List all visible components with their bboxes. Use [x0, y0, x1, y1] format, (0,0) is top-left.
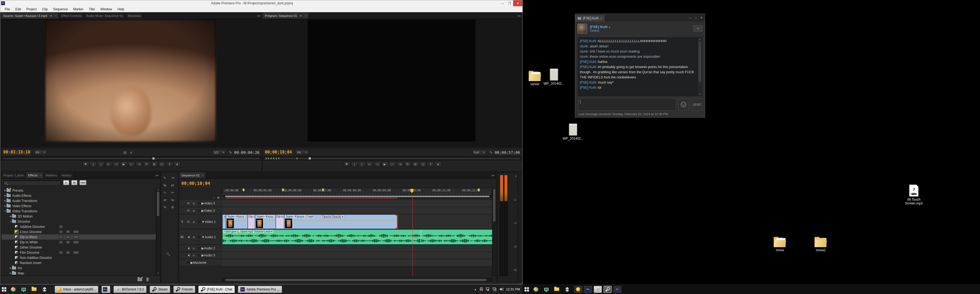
32-bit-filter[interactable]: 32	[71, 180, 77, 185]
slip-tool[interactable]: ⇌	[164, 198, 167, 202]
sync-lock-icon[interactable]: ▤	[191, 201, 196, 205]
taskbar-button-friends[interactable]: Friends	[173, 286, 195, 293]
playhead-line[interactable]	[412, 195, 413, 276]
snap-icon[interactable]: ⌐	[213, 196, 215, 199]
scroll-up-icon[interactable]: ▲	[156, 188, 160, 191]
program-scrub-thumb[interactable]	[309, 157, 311, 160]
track-header-audio-3[interactable]: ▤ ▶ Audio 3	[179, 252, 223, 259]
ripple-edit-tool[interactable]: ⇆	[164, 183, 167, 187]
menu-file[interactable]: File	[2, 7, 13, 11]
effects-tree-item[interactable]: ▼Dissolve	[2, 219, 156, 224]
go-to-out-icon[interactable]: ⇥	[397, 162, 403, 167]
settings-wrench-icon[interactable]: 🔧︎	[489, 151, 492, 154]
insert-icon[interactable]: ⇩	[427, 162, 434, 167]
pen-tool[interactable]: ✎	[164, 205, 167, 209]
delete-icon[interactable]	[146, 278, 149, 281]
menu-title[interactable]: Title	[86, 7, 97, 11]
track-lock-box[interactable]	[197, 253, 202, 257]
settings-wrench-icon[interactable]: 🔧︎	[229, 151, 232, 154]
desktop-icon-move[interactable]: move	[768, 234, 792, 252]
track-header-video-2[interactable]: ▤ ▶ Video 2	[179, 207, 223, 214]
step-forward-icon[interactable]: ▷	[128, 162, 135, 167]
add-marker-icon[interactable]: ⚑	[83, 162, 89, 167]
menu-project[interactable]: Project	[24, 7, 39, 11]
chat-friend-name[interactable]: [FSE] KuN ▼	[590, 25, 611, 29]
opacity-rubber-band[interactable]	[226, 220, 247, 221]
timeline-tab-0[interactable]: Sequence 01×	[179, 172, 206, 178]
effects-tree-item[interactable]: Dip to White▸32YUV	[2, 240, 156, 245]
scroll-up-icon[interactable]: ▲	[698, 38, 702, 41]
effects-tree-item[interactable]: ▶Video Effects	[2, 203, 156, 208]
loop-icon[interactable]: ↻	[404, 162, 411, 167]
mark-in-icon[interactable]: {	[90, 162, 97, 167]
track-lock-box[interactable]	[197, 235, 202, 239]
menu-clip[interactable]: Clip	[39, 7, 50, 11]
network-icon[interactable]	[493, 288, 497, 291]
track-header-audio-1[interactable]: A1▤ ▼ Audio 1	[179, 229, 223, 245]
video-clip[interactable]: Super♂Kazuy	[226, 215, 248, 229]
go-to-in-icon[interactable]: ⇤	[366, 162, 373, 167]
sequence-marker-icon[interactable]	[242, 188, 245, 192]
timeline-ruler[interactable]: ;00;04;0000;00;05;0000;00;06;0000;00;07;…	[223, 188, 492, 195]
track-lane-audio-1[interactable]: I dont give a_cliped.mp3 Volume:Level ▾	[223, 229, 493, 245]
step-back-icon[interactable]: ◁	[113, 162, 119, 167]
twirl-icon[interactable]: ▼	[4, 210, 6, 212]
file-explorer-icon[interactable]	[31, 286, 37, 292]
maximize-button[interactable]: ❐	[506, 0, 513, 6]
step-back-icon[interactable]: ◁	[374, 162, 380, 167]
source-monitor-view[interactable]	[1, 19, 262, 148]
desktop-icon-move2[interactable]: move2	[809, 234, 832, 252]
program-zoom-select[interactable]: Fit▼	[296, 150, 309, 155]
track-lock-box[interactable]	[197, 208, 202, 213]
action-center-flag-icon[interactable]	[479, 288, 483, 291]
avatar[interactable]	[578, 24, 587, 33]
overwrite-icon[interactable]: ▼	[174, 162, 180, 167]
program-playback-resolution-select[interactable]: Full▼	[472, 150, 487, 155]
chat-scrollbar[interactable]: ▲ ▼	[698, 38, 702, 96]
alienware-icon[interactable]	[41, 286, 48, 292]
video-clip[interactable]: to	[223, 215, 226, 229]
effects-tab-1[interactable]: Effects×	[26, 172, 43, 178]
opacity-rubber-band[interactable]	[223, 220, 226, 221]
effects-tab-3[interactable]: History	[59, 172, 74, 178]
play-icon[interactable]: ▶	[382, 162, 388, 167]
opacity-tag[interactable]: Opacity:Opacity ▾	[321, 215, 345, 219]
tab-close-icon[interactable]: ×	[202, 174, 204, 177]
effects-tab-0[interactable]: Project: I_dont	[1, 172, 26, 178]
chrome-icon[interactable]	[10, 286, 17, 292]
filmstrip-icon[interactable]: ▤	[123, 151, 126, 154]
track-lock-box[interactable]	[197, 201, 202, 205]
display-settings-icon[interactable]	[543, 286, 550, 292]
source-tab-3[interactable]: Metadata	[126, 13, 143, 19]
transition-clip[interactable]: Dip to	[276, 215, 285, 229]
program-current-timecode[interactable]: 00;00;10;04	[265, 150, 292, 155]
chat-maximize-button[interactable]: □	[695, 16, 697, 20]
transition-clip[interactable]: Dip t	[248, 215, 255, 229]
chrome-icon[interactable]	[533, 286, 539, 292]
chat-message-history[interactable]: [FSE] KuN: ALLLLLLLLLLLLLLLLLLLLLAHHHHHH…	[578, 37, 702, 96]
toggle-track-output-icon[interactable]	[186, 208, 191, 213]
tab-dropdown-icon[interactable]: ▼	[299, 14, 303, 17]
sync-lock-icon[interactable]: ▤	[191, 208, 196, 213]
toggle-track-mute-icon[interactable]	[186, 235, 191, 239]
track-header-master[interactable]: ▶ Master ⋈	[179, 259, 223, 266]
opacity-rubber-band[interactable]	[255, 220, 275, 221]
menu-window[interactable]: Window	[98, 7, 115, 11]
taskbar-button--fse-kun-chat[interactable]: [FSE] KuN - Chat	[199, 286, 235, 293]
timeline-vscroll-thumb[interactable]	[493, 189, 495, 222]
sequence-marker-icon[interactable]	[273, 157, 274, 159]
track-select-tool[interactable]: ⇥	[171, 176, 174, 180]
go-to-out-icon[interactable]: ⇥	[136, 162, 142, 167]
slide-tool[interactable]: ⇋	[171, 198, 174, 202]
volume-icon[interactable]	[500, 288, 503, 291]
waveform-icon[interactable]: ⧣	[130, 151, 132, 154]
track-header-video-3[interactable]: ▤ ▶ Video 3	[179, 200, 223, 207]
effects-tree-item[interactable]: Non-Additive Dissolve	[2, 255, 156, 260]
effects-tree-item[interactable]: ▶Map	[2, 270, 156, 275]
track-lane-video-3[interactable]	[223, 200, 493, 207]
effects-tree-item[interactable]: Cross Dissolve▸32YUV	[2, 229, 156, 234]
premiere-taskbar-button[interactable]: Pr	[613, 286, 622, 293]
effects-scrollbar[interactable]: ▲ ▼	[156, 188, 159, 275]
loop-icon[interactable]: ↻	[143, 162, 150, 167]
track-twirl-icon[interactable]: ▶	[191, 261, 193, 265]
